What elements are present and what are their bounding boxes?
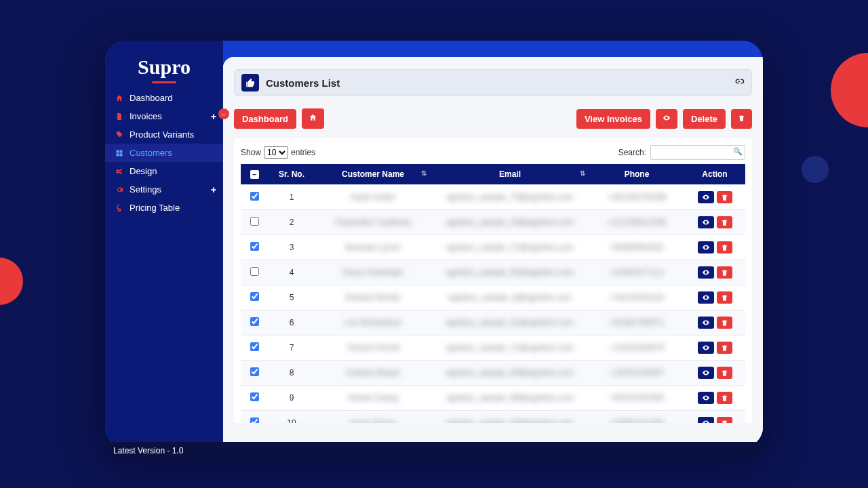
page-size-select[interactable]: 10	[264, 146, 288, 159]
cell-name: Darius Randolph	[315, 260, 431, 285]
cell-email: egnition_sample_34@egnition.com	[431, 210, 589, 235]
col-srno[interactable]: Sr. No.	[268, 164, 315, 185]
sidebar-item-dashboard[interactable]: Dashboard	[105, 89, 223, 107]
row-checkbox[interactable]	[250, 342, 259, 351]
row-delete-button[interactable]	[717, 417, 732, 423]
row-checkbox[interactable]	[250, 217, 259, 226]
row-view-button[interactable]	[698, 241, 714, 253]
row-checkbox[interactable]	[250, 367, 259, 376]
row-delete-button[interactable]	[717, 291, 732, 304]
row-delete-button[interactable]	[717, 216, 732, 228]
link-icon[interactable]	[734, 76, 745, 89]
row-view-button[interactable]	[698, 392, 714, 404]
col-select[interactable]: –	[241, 164, 268, 185]
plus-icon[interactable]: +	[211, 111, 216, 122]
cell-email: egnition_sample_86@egnition.com	[431, 386, 589, 411]
delete-trash-button[interactable]	[731, 109, 752, 129]
row-view-button[interactable]	[698, 191, 714, 203]
row-view-button[interactable]	[698, 216, 714, 228]
cell-name: Vincent Ferrell	[315, 336, 431, 361]
col-email[interactable]: Email⇅	[431, 164, 589, 185]
select-all-indeterminate-icon[interactable]: –	[250, 170, 259, 179]
tag-icon	[115, 130, 124, 140]
table-row: 4Darius Randolphegnition_sample_93@egnit…	[241, 260, 745, 285]
cell-email: egnition_sample_75@egnition.com	[431, 185, 589, 210]
col-name[interactable]: Customer Name⇅	[315, 164, 431, 185]
cell-srno: 4	[268, 260, 315, 285]
table-row: 6Len Richardsonegnition_sample_81@egniti…	[241, 310, 745, 336]
row-delete-button[interactable]	[717, 367, 732, 379]
cell-srno: 9	[268, 386, 315, 411]
cell-name: Graham Beach	[315, 361, 431, 386]
cell-email: egnition_sample_93@egnition.com	[431, 260, 589, 285]
sidebar-collapse-button[interactable]: ←	[218, 108, 229, 119]
cell-email: egnition_sample_59@egnition.com	[431, 361, 589, 386]
row-checkbox[interactable]	[250, 418, 259, 423]
row-view-button[interactable]	[698, 317, 714, 329]
row-delete-button[interactable]	[717, 317, 732, 329]
row-delete-button[interactable]	[717, 266, 732, 279]
decorative-circle	[802, 156, 829, 183]
row-checkbox[interactable]	[250, 267, 259, 276]
view-invoices-button[interactable]: View Invoices	[576, 109, 650, 129]
app-window: Supro DashboardInvoices+Product Variants…	[105, 41, 763, 447]
view-invoices-label: View Invoices	[585, 114, 642, 124]
cell-phone: +62381785571	[589, 310, 684, 336]
row-checkbox[interactable]	[250, 192, 259, 201]
search-icon: 🔍	[733, 147, 743, 156]
cell-srno: 10	[268, 411, 315, 424]
document-icon	[115, 112, 124, 121]
row-checkbox[interactable]	[250, 392, 259, 401]
cell-srno: 1	[268, 185, 315, 210]
sidebar-item-design[interactable]: Design	[105, 162, 223, 180]
sidebar-item-customers[interactable]: Customers	[105, 144, 223, 162]
sidebar-item-label: Invoices	[130, 111, 162, 121]
row-checkbox[interactable]	[250, 242, 259, 251]
row-view-button[interactable]	[698, 266, 714, 279]
page-title-bar: Customers List	[234, 69, 752, 96]
footer-version: Latest Version - 1.0	[105, 442, 763, 460]
row-delete-button[interactable]	[717, 342, 732, 354]
row-view-button[interactable]	[698, 367, 714, 379]
row-delete-button[interactable]	[717, 191, 732, 203]
table-row: 5Edward Woodsegnition_sample_6@egnition.…	[241, 285, 745, 310]
cell-phone: +92515762300	[589, 386, 684, 411]
sidebar-item-product-variants[interactable]: Product Variants	[105, 125, 223, 144]
cell-phone: +50585554281	[589, 235, 684, 260]
row-view-button[interactable]	[698, 417, 714, 423]
row-delete-button[interactable]	[717, 241, 732, 253]
table-row: 2Chancellor Cardenasegnition_sample_34@e…	[241, 210, 745, 235]
search-input[interactable]	[650, 145, 745, 160]
row-checkbox[interactable]	[250, 317, 259, 326]
page-title: Customers List	[266, 77, 340, 89]
cell-name: Chancellor Cardenas	[315, 210, 431, 235]
cell-name: Aaron Pierce	[315, 411, 431, 424]
sidebar-item-invoices[interactable]: Invoices+	[105, 107, 223, 125]
show-label-pre: Show	[241, 148, 261, 157]
brand-underline	[152, 81, 176, 83]
grid-icon	[115, 148, 124, 158]
decorative-circle	[0, 258, 23, 305]
sidebar-item-label: Product Variants	[130, 129, 194, 140]
cell-srno: 2	[268, 210, 315, 235]
row-checkbox[interactable]	[250, 292, 259, 301]
delete-label: Delete	[691, 114, 717, 124]
plus-icon[interactable]: +	[211, 184, 216, 195]
row-view-button[interactable]	[698, 291, 714, 304]
delete-button[interactable]: Delete	[683, 109, 726, 129]
sidebar-item-label: Pricing Table	[130, 203, 180, 213]
table-controls: Show 10 entries Search: 🔍	[241, 145, 745, 160]
view-invoices-eye-button[interactable]	[656, 109, 677, 129]
sidebar-item-settings[interactable]: Settings+	[105, 180, 223, 199]
row-view-button[interactable]	[698, 342, 714, 354]
row-delete-button[interactable]	[717, 392, 732, 404]
col-phone[interactable]: Phone	[589, 164, 684, 185]
cell-email: egnition_sample_71@egnition.com	[431, 336, 589, 361]
cell-phone: +281340743269	[589, 185, 684, 210]
dashboard-button[interactable]: Dashboard	[234, 109, 296, 129]
home-button[interactable]	[302, 108, 324, 129]
sidebar-item-label: Design	[130, 166, 157, 176]
col-action: Action	[684, 164, 745, 185]
sidebar-item-pricing-table[interactable]: Pricing Table	[105, 199, 223, 217]
cell-email: egnition_sample_17@egnition.com	[431, 235, 589, 260]
